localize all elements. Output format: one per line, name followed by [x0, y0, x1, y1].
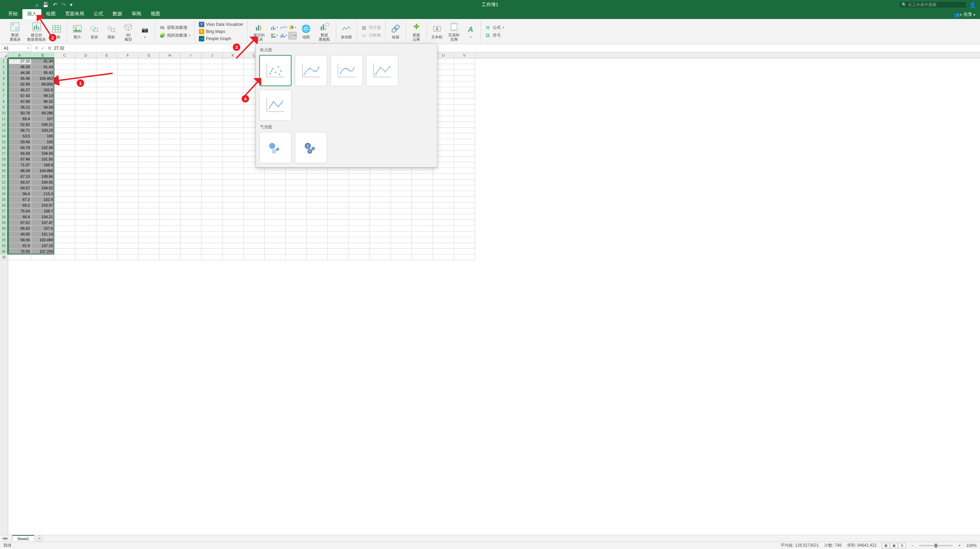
cell[interactable]	[433, 255, 454, 260]
row-header-9[interactable]: 9	[0, 105, 8, 110]
cell[interactable]	[454, 151, 475, 156]
cell[interactable]: 94.58	[31, 105, 54, 110]
cell[interactable]	[54, 174, 75, 180]
cell[interactable]	[96, 185, 118, 191]
cell[interactable]	[54, 214, 75, 220]
cell[interactable]	[54, 64, 75, 70]
cell[interactable]	[202, 191, 223, 197]
cell[interactable]	[223, 116, 243, 122]
cell[interactable]	[328, 208, 349, 214]
cell[interactable]: 86.08	[8, 168, 31, 174]
header-footer-button[interactable]: 页眉和 页脚	[447, 21, 461, 42]
cell[interactable]	[159, 162, 181, 168]
cell[interactable]: 70.95	[8, 249, 31, 255]
cell[interactable]	[202, 151, 223, 156]
cell[interactable]	[181, 70, 202, 76]
cell[interactable]	[412, 174, 433, 180]
cell[interactable]	[286, 168, 307, 174]
cell[interactable]: 107.16	[31, 243, 54, 249]
symbol-button[interactable]: Ω 符号	[484, 32, 505, 39]
tab-home[interactable]: 开始	[3, 9, 22, 19]
cell[interactable]: 67.43	[8, 93, 31, 99]
cell[interactable]: 59.45	[8, 139, 31, 145]
cell[interactable]	[202, 93, 223, 99]
cell[interactable]	[223, 133, 243, 139]
cell[interactable]	[286, 255, 307, 260]
cell[interactable]	[118, 70, 138, 76]
cell[interactable]	[181, 226, 202, 231]
cell[interactable]	[370, 174, 391, 180]
cell[interactable]: 107.47	[31, 220, 54, 226]
cell[interactable]	[265, 208, 286, 214]
cell[interactable]	[265, 197, 286, 202]
cell[interactable]	[181, 151, 202, 156]
cell[interactable]	[181, 116, 202, 122]
cell[interactable]	[202, 255, 223, 260]
cell[interactable]	[118, 151, 138, 156]
cell[interactable]	[433, 243, 454, 249]
cell[interactable]	[96, 93, 118, 99]
maps-button[interactable]: 🌐 地图	[299, 23, 313, 40]
cell[interactable]	[54, 185, 75, 191]
scatter-chart-button[interactable]: ▾	[288, 32, 297, 39]
cell[interactable]	[118, 58, 138, 64]
row-header-18[interactable]: 18	[0, 156, 8, 162]
cell[interactable]	[118, 249, 138, 255]
cell[interactable]	[181, 180, 202, 185]
cell[interactable]	[54, 127, 75, 133]
cell[interactable]	[286, 208, 307, 214]
cell[interactable]	[75, 220, 96, 226]
cell[interactable]	[349, 202, 370, 208]
cell[interactable]	[433, 180, 454, 185]
cell[interactable]	[96, 197, 118, 202]
cell[interactable]	[202, 76, 223, 81]
cell[interactable]	[96, 180, 118, 185]
cell[interactable]	[118, 87, 138, 93]
cell[interactable]	[265, 255, 286, 260]
row-header-35[interactable]: 35	[0, 255, 8, 260]
cell[interactable]	[328, 226, 349, 231]
redo-icon[interactable]: ↷	[61, 2, 66, 8]
cell[interactable]	[265, 243, 286, 249]
cell[interactable]	[412, 185, 433, 191]
cell[interactable]	[391, 168, 412, 174]
cell[interactable]	[138, 174, 159, 180]
cell[interactable]	[138, 162, 159, 168]
view-page-break-button[interactable]: ⊞	[898, 543, 906, 548]
cell[interactable]	[181, 87, 202, 93]
cell[interactable]	[412, 168, 433, 174]
cell[interactable]	[181, 197, 202, 202]
cell[interactable]	[54, 202, 75, 208]
cell[interactable]: 104.866	[31, 168, 54, 174]
cell[interactable]	[181, 58, 202, 64]
cell[interactable]	[96, 249, 118, 255]
cell[interactable]	[118, 76, 138, 81]
cell[interactable]	[202, 139, 223, 145]
cell[interactable]: 66.63	[8, 226, 31, 231]
cell[interactable]	[181, 127, 202, 133]
cell[interactable]	[159, 226, 181, 231]
cell[interactable]	[181, 191, 202, 197]
cell[interactable]	[75, 139, 96, 145]
cell[interactable]	[328, 249, 349, 255]
cell[interactable]: 58.37	[8, 180, 31, 185]
cell[interactable]	[118, 202, 138, 208]
cell[interactable]	[370, 180, 391, 185]
visio-button[interactable]: V Visio Data Visualizer	[197, 21, 245, 27]
sheet-tab-1[interactable]: Sheet1	[12, 535, 34, 542]
cell[interactable]	[159, 122, 181, 127]
cell[interactable]	[138, 226, 159, 231]
cell[interactable]	[75, 64, 96, 70]
cell[interactable]	[159, 116, 181, 122]
qat-customize-icon[interactable]: ▾	[70, 2, 73, 8]
cell[interactable]	[454, 145, 475, 151]
row-header-32[interactable]: 32	[0, 237, 8, 243]
cell[interactable]	[54, 249, 75, 255]
cell[interactable]	[159, 87, 181, 93]
cell[interactable]	[96, 116, 118, 122]
bing-maps-button[interactable]: b Bing Maps	[197, 29, 245, 35]
pivot-chart-button[interactable]: 数据 透视图	[316, 21, 333, 42]
cell[interactable]	[159, 249, 181, 255]
cell[interactable]	[75, 226, 96, 231]
cell[interactable]	[433, 231, 454, 237]
